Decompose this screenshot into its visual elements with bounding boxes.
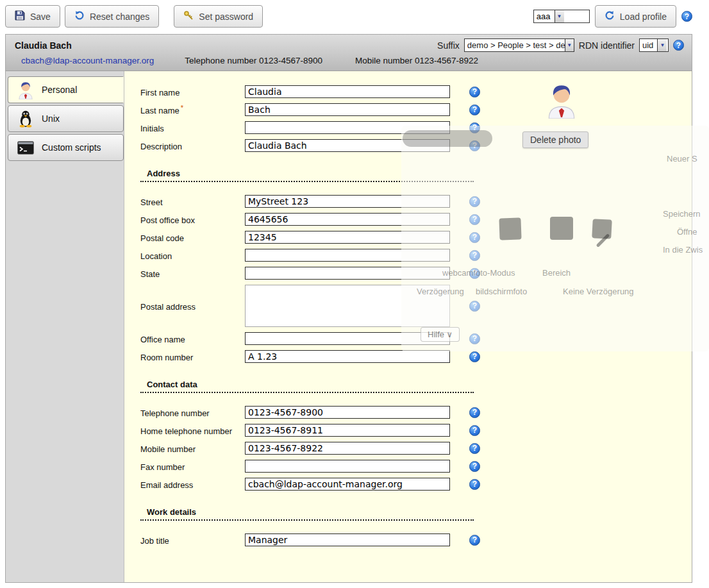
form-row: First name	[140, 85, 692, 98]
field-label: First name	[140, 86, 245, 97]
lam-account-edit-page: Save Reset changes Set password aaa Load…	[0, 0, 709, 588]
account-email-link[interactable]: cbach@ldap-account-manager.org	[21, 56, 154, 65]
form-row: Location	[140, 249, 692, 262]
load-profile-label: Load profile	[620, 12, 667, 22]
field-input[interactable]	[245, 332, 450, 345]
user-photo	[523, 81, 600, 119]
reset-changes-button[interactable]: Reset changes	[65, 5, 159, 28]
field-input[interactable]	[245, 533, 450, 546]
tab-unix[interactable]: Unix	[8, 105, 124, 132]
field-help-icon[interactable]	[469, 535, 480, 546]
field-help-icon[interactable]	[469, 105, 480, 115]
form-row: Description	[140, 139, 692, 152]
form-sections: First name Last name* Initials Descripti…	[140, 85, 692, 546]
field-help-icon[interactable]	[469, 122, 480, 133]
field-label: Home telephone number	[140, 424, 245, 436]
field-label-text: Postal code	[140, 233, 184, 243]
form-section: Work details Job title	[140, 507, 692, 546]
field-input[interactable]	[245, 460, 450, 473]
toolbar-right: aaa Load profile	[533, 5, 692, 28]
profile-select[interactable]: aaa	[533, 10, 590, 23]
field-input[interactable]	[245, 442, 450, 455]
field-label-text: Postal address	[140, 302, 196, 312]
form-row: Office name	[140, 332, 692, 345]
penguin-icon	[16, 109, 35, 128]
field-help-icon[interactable]	[469, 140, 480, 151]
field-input[interactable]	[245, 406, 450, 419]
form-row: Last name*	[140, 103, 692, 116]
chevron-down-icon	[657, 39, 667, 51]
field-label: Initials	[140, 122, 245, 133]
field-help-icon[interactable]	[469, 196, 480, 207]
field-label: Room number	[140, 351, 245, 362]
field-input[interactable]	[245, 267, 450, 280]
field-help-icon[interactable]	[469, 443, 480, 454]
field-help-icon[interactable]	[469, 461, 480, 472]
field-help-icon[interactable]	[469, 232, 480, 243]
field-label: Email address	[140, 478, 245, 490]
header-help-icon[interactable]	[673, 40, 684, 51]
field-label-text: Description	[140, 142, 182, 151]
field-input[interactable]	[245, 213, 450, 226]
field-input[interactable]	[245, 249, 450, 262]
toolbar-help-icon[interactable]	[681, 11, 692, 22]
field-input[interactable]	[245, 350, 450, 363]
account-mobile: Mobile number 0123-4567-8922	[355, 56, 478, 65]
set-password-label: Set password	[199, 12, 253, 22]
section-rows: Job title	[140, 533, 692, 546]
field-help-icon[interactable]	[469, 214, 480, 225]
form-row: Email address	[140, 478, 692, 491]
form-row: Home telephone number	[140, 424, 692, 437]
field-textarea[interactable]	[245, 285, 450, 327]
field-help-icon[interactable]	[469, 268, 480, 279]
tab-custom-scripts-label: Custom scripts	[42, 142, 101, 153]
set-password-button[interactable]: Set password	[174, 5, 263, 28]
field-label-text: Street	[140, 197, 163, 207]
load-profile-button[interactable]: Load profile	[595, 5, 676, 28]
field-input[interactable]	[245, 478, 450, 491]
reset-changes-label: Reset changes	[90, 12, 149, 22]
load-profile-icon	[605, 10, 615, 22]
field-help-icon[interactable]	[469, 250, 480, 261]
field-help-icon[interactable]	[469, 351, 480, 362]
field-input[interactable]	[245, 424, 450, 437]
field-input[interactable]	[245, 121, 450, 134]
save-button[interactable]: Save	[5, 5, 60, 28]
profile-select-value: aaa	[534, 10, 555, 22]
field-help-icon[interactable]	[469, 301, 480, 312]
tab-custom-scripts[interactable]: Custom scripts	[8, 134, 124, 161]
field-help-icon[interactable]	[469, 479, 480, 490]
field-label: Postal address	[140, 300, 245, 312]
chevron-down-icon	[565, 39, 574, 51]
form-section: First name Last name* Initials Descripti…	[140, 85, 692, 152]
delete-photo-button[interactable]: Delete photo	[522, 131, 588, 148]
tab-personal[interactable]: Personal	[8, 76, 124, 103]
account-header: Claudia Bach Suffix demo > People > test…	[6, 35, 692, 71]
form-row: Job title	[140, 533, 692, 546]
required-marker: *	[181, 104, 183, 112]
field-help-icon[interactable]	[469, 87, 480, 97]
field-help-icon[interactable]	[469, 425, 480, 436]
field-input[interactable]	[245, 195, 450, 208]
field-label-text: Location	[140, 251, 172, 261]
section-title: Work details	[140, 507, 474, 521]
field-input[interactable]	[245, 103, 450, 116]
form-row: State	[140, 267, 692, 280]
tab-unix-label: Unix	[42, 113, 60, 124]
field-label: Job title	[140, 534, 245, 546]
rdn-select[interactable]: uid	[639, 38, 669, 52]
form-row: Post office box	[140, 213, 692, 226]
field-label: Office name	[140, 333, 245, 344]
account-main: Personal Unix Custom scripts	[6, 71, 692, 582]
field-label: Post office box	[140, 214, 245, 225]
field-label-text: First name	[140, 88, 179, 97]
form-row: Telephone number	[140, 406, 692, 419]
reset-icon	[74, 10, 85, 22]
field-help-icon[interactable]	[469, 333, 480, 344]
field-input[interactable]	[245, 139, 450, 152]
field-label: Postal code	[140, 231, 245, 243]
field-input[interactable]	[245, 231, 450, 244]
field-help-icon[interactable]	[469, 407, 480, 418]
field-input[interactable]	[245, 85, 450, 98]
suffix-select[interactable]: demo > People > test > de	[464, 38, 574, 52]
